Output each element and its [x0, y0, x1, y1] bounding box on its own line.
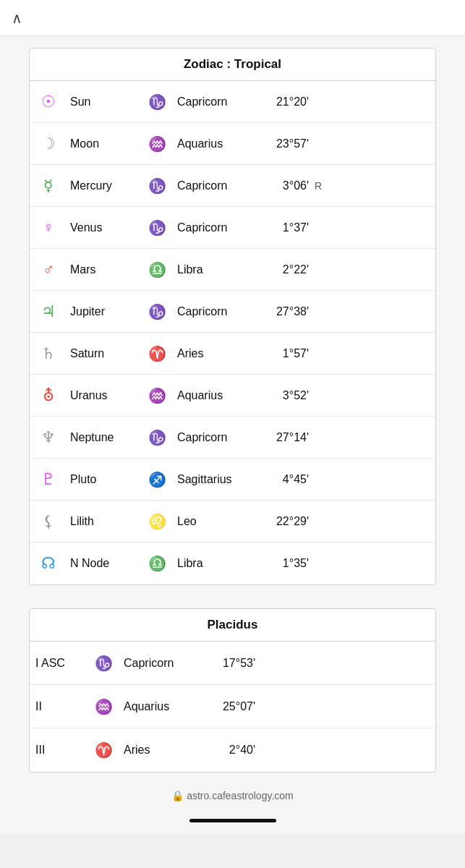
lock-icon: 🔒	[171, 790, 184, 801]
degrees: 2°40'	[200, 744, 258, 757]
planet-symbol: ♄	[30, 344, 67, 363]
planet-symbol: ☉	[30, 93, 67, 111]
sign-name: Aries	[121, 744, 200, 757]
degrees: 4°45'	[254, 473, 312, 486]
table-row: ♀ Venus ♑ Capricorn 1°37'	[30, 207, 435, 249]
degrees: 27°14'	[254, 431, 312, 444]
table-row: ⚸ Lilith ♌ Leo 22°29'	[30, 501, 435, 542]
sign-name: Libra	[174, 263, 254, 276]
sign-name: Aquarius	[174, 389, 254, 402]
sign-symbol: ♌	[140, 513, 174, 530]
sign-symbol: ♈	[86, 741, 121, 759]
degrees: 22°29'	[254, 515, 312, 528]
degrees: 2°22'	[254, 263, 312, 276]
site-url: astro.cafeastrology.com	[187, 790, 294, 801]
planet-name: Sun	[67, 95, 140, 109]
planet-name: Lilith	[67, 515, 140, 528]
planet-name: N Node	[67, 557, 140, 570]
sign-name: Aquarius	[174, 137, 254, 150]
placidus-title: Placidus	[30, 609, 435, 642]
sign-name: Sagittarius	[174, 473, 254, 486]
planet-name: Mercury	[67, 179, 140, 192]
planet-symbol: ♀	[30, 218, 67, 237]
sign-symbol: ♒	[140, 135, 174, 153]
sign-name: Capricorn	[174, 179, 254, 192]
sign-symbol: ♑	[140, 219, 174, 237]
planet-name: Uranus	[67, 389, 140, 402]
planet-name: Venus	[67, 221, 140, 234]
house-label: I ASC	[35, 657, 86, 670]
table-row: ♇ Pluto ♐ Sagittarius 4°45'	[30, 459, 435, 501]
sign-name: Aries	[174, 347, 254, 360]
degrees: 1°37'	[254, 221, 312, 234]
degrees: 1°57'	[254, 347, 312, 360]
table-row: ♃ Jupiter ♑ Capricorn 27°38'	[30, 291, 435, 333]
sign-name: Leo	[174, 515, 254, 528]
placidus-row: III ♈ Aries 2°40'	[30, 728, 435, 772]
table-row: ☽ Moon ♒ Aquarius 23°57'	[30, 123, 435, 165]
degrees: 1°35'	[254, 557, 312, 570]
planet-symbol: ☊	[30, 554, 67, 573]
table-row: ♄ Saturn ♈ Aries 1°57'	[30, 333, 435, 375]
degrees: 3°06'	[254, 179, 312, 192]
planet-name: Moon	[67, 137, 140, 150]
sign-symbol: ♑	[140, 429, 174, 446]
sign-symbol: ♑	[140, 93, 174, 111]
degrees: 17°53'	[200, 657, 258, 670]
sign-symbol: ♎	[140, 261, 174, 278]
sign-symbol: ♒	[140, 387, 174, 404]
degrees: 21°20'	[254, 95, 312, 109]
zodiac-table: Zodiac : Tropical ☉ Sun ♑ Capricorn 21°2…	[29, 48, 436, 585]
house-label: III	[35, 744, 86, 757]
retro-indicator: R	[312, 180, 333, 192]
planet-symbol: ♃	[30, 302, 67, 321]
sign-symbol: ♐	[140, 471, 174, 488]
planet-name: Mars	[67, 263, 140, 276]
degrees: 23°57'	[254, 137, 312, 150]
sign-symbol: ♒	[86, 698, 121, 715]
planet-symbol: ♂	[30, 260, 67, 279]
degrees: 25°07'	[200, 700, 258, 713]
bottom-bar	[189, 819, 276, 822]
planet-symbol: ⚸	[30, 512, 67, 531]
sign-name: Capricorn	[174, 305, 254, 318]
top-bar: ∧	[0, 0, 465, 36]
table-row: ☉ Sun ♑ Capricorn 21°20'	[30, 81, 435, 123]
zodiac-title: Zodiac : Tropical	[30, 48, 435, 81]
sign-name: Libra	[174, 557, 254, 570]
sign-name: Capricorn	[174, 431, 254, 444]
table-row: ☊ N Node ♎ Libra 1°35'	[30, 542, 435, 584]
sign-name: Capricorn	[174, 221, 254, 234]
planet-name: Pluto	[67, 473, 140, 486]
planet-name: Saturn	[67, 347, 140, 360]
planet-name: Jupiter	[67, 305, 140, 318]
sign-symbol: ♑	[140, 177, 174, 195]
chevron-up-icon[interactable]: ∧	[12, 9, 22, 27]
planet-symbol: ☽	[30, 135, 67, 153]
planet-symbol: ♆	[30, 428, 67, 447]
sign-symbol: ♑	[140, 303, 174, 320]
house-label: II	[35, 700, 86, 713]
planet-name: Neptune	[67, 431, 140, 444]
planet-symbol: ⛢	[30, 386, 67, 405]
placidus-table: Placidus I ASC ♑ Capricorn 17°53' II ♒ A…	[29, 608, 436, 773]
sign-name: Capricorn	[121, 657, 200, 670]
sign-symbol: ♑	[86, 655, 121, 672]
table-row: ♆ Neptune ♑ Capricorn 27°14'	[30, 417, 435, 459]
sign-name: Capricorn	[174, 95, 254, 109]
content-area: Zodiac : Tropical ☉ Sun ♑ Capricorn 21°2…	[0, 36, 465, 834]
footer: 🔒 astro.cafeastrology.com	[171, 790, 293, 801]
placidus-row: II ♒ Aquarius 25°07'	[30, 685, 435, 728]
sign-symbol: ♎	[140, 555, 174, 572]
degrees: 27°38'	[254, 305, 312, 318]
sign-symbol: ♈	[140, 345, 174, 362]
planet-symbol: ♇	[30, 470, 67, 489]
table-row: ☿ Mercury ♑ Capricorn 3°06' R	[30, 165, 435, 207]
table-row: ♂ Mars ♎ Libra 2°22'	[30, 249, 435, 291]
degrees: 3°52'	[254, 389, 312, 402]
sign-name: Aquarius	[121, 700, 200, 713]
table-row: ⛢ Uranus ♒ Aquarius 3°52'	[30, 375, 435, 417]
placidus-row: I ASC ♑ Capricorn 17°53'	[30, 642, 435, 685]
planet-symbol: ☿	[30, 176, 67, 195]
